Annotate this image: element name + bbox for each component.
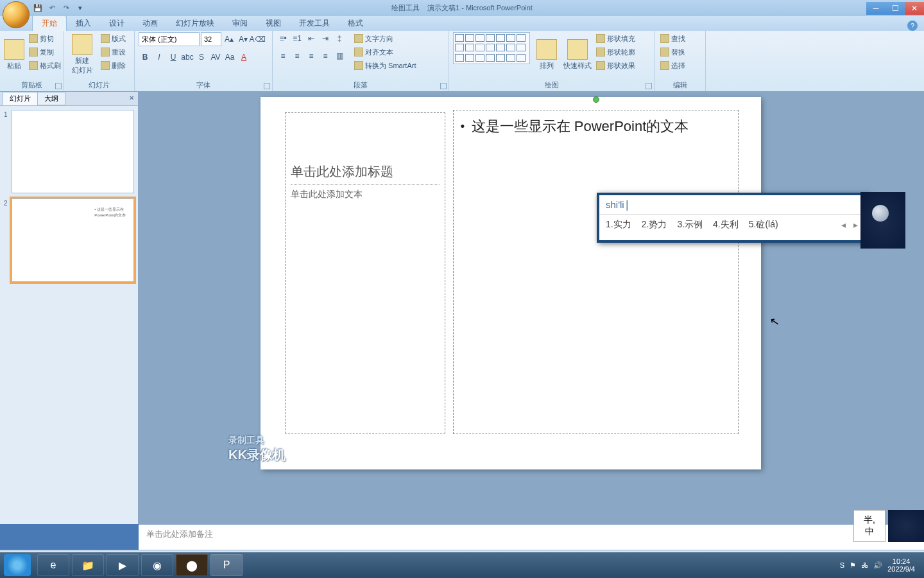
ime-candidate-5[interactable]: 5.砬(lá)	[749, 219, 778, 231]
shrink-font-icon[interactable]: A▾	[237, 33, 250, 46]
ime-candidate-4[interactable]: 4.失利	[713, 219, 739, 231]
font-size-combo[interactable]: 32	[201, 32, 221, 46]
line-spacing-icon[interactable]: ‡	[333, 32, 346, 45]
indent-dec-icon[interactable]: ⇤	[305, 32, 318, 45]
taskbar-chrome-icon[interactable]: ◉	[141, 554, 173, 576]
qat-save-icon[interactable]: 💾	[32, 3, 44, 14]
copy-button[interactable]: 复制	[27, 46, 63, 58]
close-button[interactable]: ✕	[905, 2, 924, 15]
cut-button[interactable]: 剪切	[27, 32, 63, 45]
ime-candidate-3[interactable]: 3.示例	[677, 219, 703, 231]
format-painter-button[interactable]: 格式刷	[27, 59, 63, 72]
find-button[interactable]: 查找	[658, 32, 687, 45]
new-slide-button[interactable]: 新建 幻灯片	[68, 32, 96, 77]
title-placeholder[interactable]: 单击此处添加标题 单击此处添加文本	[285, 112, 445, 434]
case-icon[interactable]: Aa	[223, 51, 236, 64]
shadow-icon[interactable]: S	[195, 51, 208, 64]
qat-more-icon[interactable]: ▾	[74, 3, 86, 14]
shape-fill-button[interactable]: 形状填充	[594, 32, 637, 45]
start-button[interactable]	[4, 554, 31, 576]
underline-icon[interactable]: U	[167, 51, 180, 64]
select-button[interactable]: 选择	[658, 59, 687, 72]
qat-redo-icon[interactable]: ↷	[60, 3, 72, 14]
content-placeholder[interactable]: 这是一些显示在 PowerPoint的文本	[453, 110, 739, 434]
slide-thumbnail-2[interactable]: • 这是一些显示在PowerPoint的文本	[12, 198, 134, 282]
tab-view[interactable]: 视图	[257, 16, 290, 31]
tab-home[interactable]: 开始	[32, 15, 67, 31]
font-name-combo[interactable]: 宋体 (正文)	[139, 32, 200, 46]
ime-pinyin-input: shi'li|	[599, 195, 867, 215]
clear-format-icon[interactable]: A⌫	[251, 33, 264, 46]
shape-outline-button[interactable]: 形状轮廓	[594, 46, 637, 58]
spacing-icon[interactable]: AV	[209, 51, 222, 64]
slide-editor[interactable]: 单击此处添加标题 单击此处添加文本 这是一些显示在 PowerPoint的文本 …	[139, 92, 924, 524]
columns-icon[interactable]: ▥	[333, 49, 346, 62]
slide-thumbnail-1[interactable]	[12, 110, 134, 193]
ime-page-arrows[interactable]: ◂ ▸	[841, 220, 860, 230]
qat-undo-icon[interactable]: ↶	[46, 3, 58, 14]
taskbar-media-icon[interactable]: ▶	[107, 554, 139, 576]
taskbar-ie-icon[interactable]: e	[37, 554, 69, 576]
shapes-gallery[interactable]	[453, 32, 530, 64]
help-icon[interactable]: ?	[907, 21, 918, 31]
align-text-button[interactable]: 对齐文本	[352, 46, 418, 58]
tab-design[interactable]: 设计	[100, 16, 133, 31]
minimize-button[interactable]: ─	[866, 2, 886, 15]
tab-animation[interactable]: 动画	[133, 16, 167, 31]
tab-format[interactable]: 格式	[339, 16, 372, 31]
reset-button[interactable]: 重设	[99, 46, 128, 58]
rotate-handle[interactable]	[593, 96, 599, 103]
indent-inc-icon[interactable]: ⇥	[319, 32, 332, 45]
ime-mode-indicator[interactable]: 半,中	[853, 510, 886, 542]
tab-slideshow[interactable]: 幻灯片放映	[167, 16, 223, 31]
justify-icon[interactable]: ≡	[319, 49, 332, 62]
shape-effects-button[interactable]: 形状效果	[594, 59, 637, 72]
contextual-tab-label: 绘图工具	[391, 3, 420, 13]
strike-icon[interactable]: abc	[181, 51, 194, 64]
taskbar-powerpoint-icon[interactable]: P	[210, 554, 243, 576]
drawing-dialog-launcher[interactable]	[646, 83, 652, 89]
align-left-icon[interactable]: ≡	[277, 49, 289, 62]
tray-ime-icon[interactable]: S	[840, 561, 844, 569]
grow-font-icon[interactable]: A▴	[223, 33, 235, 46]
align-right-icon[interactable]: ≡	[305, 49, 318, 62]
slide-canvas[interactable]: 单击此处添加标题 单击此处添加文本 这是一些显示在 PowerPoint的文本	[261, 97, 761, 469]
ime-candidate-1[interactable]: 1.实力	[606, 219, 631, 231]
panel-tab-outline[interactable]: 大纲	[37, 92, 65, 105]
panel-close-icon[interactable]: ✕	[129, 94, 134, 101]
font-dialog-launcher[interactable]	[264, 83, 270, 89]
notes-pane[interactable]: 单击此处添加备注	[139, 524, 924, 550]
replace-button[interactable]: 替换	[658, 46, 687, 58]
bold-icon[interactable]: B	[139, 51, 151, 64]
tray-clock[interactable]: 10:242022/9/4	[887, 557, 915, 573]
layout-button[interactable]: 版式	[99, 32, 128, 45]
tab-review[interactable]: 审阅	[223, 16, 257, 31]
bullets-icon[interactable]: ≡•	[277, 32, 289, 45]
tray-network-icon[interactable]: 🖧	[861, 561, 868, 569]
arrange-button[interactable]: 排列	[533, 32, 561, 77]
tab-developer[interactable]: 开发工具	[290, 16, 339, 31]
tray-volume-icon[interactable]: 🔊	[873, 561, 882, 570]
text-direction-button[interactable]: 文字方向	[352, 32, 418, 45]
font-color-icon[interactable]: A	[237, 51, 250, 64]
delete-button[interactable]: 删除	[99, 59, 128, 72]
system-tray[interactable]: S ⚑ 🖧 🔊 10:242022/9/4	[840, 557, 920, 573]
paragraph-dialog-launcher[interactable]	[440, 83, 447, 89]
maximize-button[interactable]: ☐	[886, 2, 905, 15]
tab-insert[interactable]: 插入	[67, 16, 100, 31]
smartart-button[interactable]: 转换为 SmartArt	[352, 59, 418, 72]
clipboard-dialog-launcher[interactable]	[55, 83, 62, 89]
office-button[interactable]	[3, 1, 30, 28]
panel-tab-slides[interactable]: 幻灯片	[3, 92, 38, 105]
taskbar-explorer-icon[interactable]: 📁	[72, 554, 104, 576]
paste-button[interactable]: 粘贴	[4, 32, 24, 77]
ime-candidate-window[interactable]: shi'li| 1.实力 2.势力 3.示例 4.失利 5.砬(lá) ◂ ▸	[597, 193, 869, 243]
taskbar-recorder-icon[interactable]: ⬤	[176, 554, 208, 576]
ime-candidate-2[interactable]: 2.势力	[642, 219, 667, 231]
align-center-icon[interactable]: ≡	[291, 49, 304, 62]
bullet-text[interactable]: 这是一些显示在 PowerPoint的文本	[460, 117, 732, 137]
tray-flag-icon[interactable]: ⚑	[850, 561, 856, 570]
quick-styles-button[interactable]: 快速样式	[563, 32, 592, 77]
italic-icon[interactable]: I	[153, 51, 166, 64]
numbering-icon[interactable]: ≡1	[291, 32, 304, 45]
